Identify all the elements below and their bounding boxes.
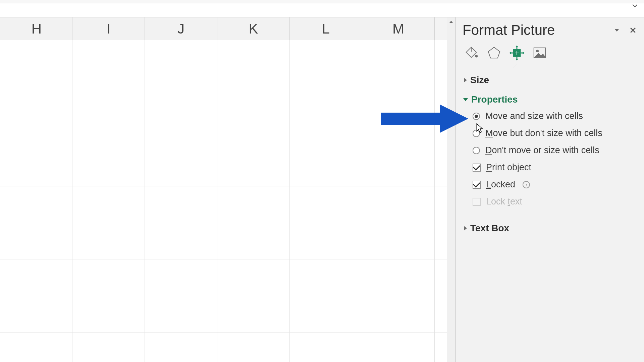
cell[interactable] <box>145 259 217 332</box>
cell[interactable] <box>145 113 217 186</box>
section-label-properties: Properties <box>471 94 518 105</box>
section-header-properties[interactable]: Properties <box>463 92 638 107</box>
pane-options-button[interactable] <box>613 26 621 34</box>
pane-header: Format Picture <box>463 22 638 38</box>
cell[interactable] <box>217 259 290 332</box>
formula-bar-region <box>0 3 644 17</box>
cell[interactable] <box>290 113 362 186</box>
triangle-right-icon <box>464 226 467 231</box>
cell[interactable] <box>290 333 362 362</box>
section-header-size[interactable]: Size <box>463 73 638 87</box>
tab-size-properties[interactable] <box>508 44 526 62</box>
svg-point-3 <box>536 50 539 52</box>
worksheet-area[interactable]: HIJKLM <box>0 17 447 362</box>
checkbox-input <box>473 198 481 206</box>
checkbox-input[interactable] <box>473 164 481 172</box>
column-header-m[interactable]: M <box>362 17 435 40</box>
cell-grid[interactable] <box>0 40 447 362</box>
column-header-j[interactable]: J <box>145 17 217 40</box>
ribbon-strip <box>0 0 644 3</box>
radio-label: Move and size with cells <box>485 111 583 121</box>
triangle-down-icon <box>463 98 468 101</box>
triangle-up-icon <box>449 20 453 24</box>
cell[interactable] <box>290 259 362 332</box>
cell[interactable] <box>1 333 72 362</box>
column-header-k[interactable]: K <box>217 17 290 40</box>
size-properties-icon <box>509 45 525 61</box>
checkbox-label: Print object <box>486 162 531 173</box>
cell[interactable] <box>217 40 290 113</box>
radio-input[interactable] <box>473 113 480 120</box>
radio-label: Move but don't size with cells <box>485 128 602 138</box>
vertical-scrollbar[interactable] <box>447 17 455 362</box>
cell[interactable] <box>145 40 217 113</box>
tab-fill-line[interactable] <box>463 44 480 62</box>
cell[interactable] <box>290 186 362 259</box>
column-header-l[interactable]: L <box>290 17 362 40</box>
tab-effects[interactable] <box>485 44 503 62</box>
cell[interactable] <box>72 186 145 259</box>
info-icon[interactable]: i <box>523 181 530 188</box>
cell[interactable] <box>362 186 435 259</box>
cell[interactable] <box>145 186 217 259</box>
checkbox-print[interactable]: Print object <box>473 162 638 173</box>
mouse-cursor <box>476 123 484 133</box>
tab-picture[interactable] <box>531 44 548 62</box>
properties-section-body: Move and size with cellsMove but don't s… <box>463 107 638 216</box>
cell[interactable] <box>1 259 72 332</box>
cell[interactable] <box>72 113 145 186</box>
checkbox-locked[interactable]: Lockedi <box>473 179 638 190</box>
radio-move_size[interactable]: Move and size with cells <box>473 111 638 121</box>
radio-label: Don't move or size with cells <box>485 145 599 156</box>
svg-point-0 <box>475 55 478 58</box>
checkbox-input[interactable] <box>473 181 481 189</box>
cell[interactable] <box>72 333 145 362</box>
checkbox-label: Lock text <box>486 196 522 207</box>
cell[interactable] <box>362 259 435 332</box>
cell[interactable] <box>1 186 72 259</box>
cell[interactable] <box>217 186 290 259</box>
annotation-arrow <box>381 105 468 133</box>
column-headers-row: HIJKLM <box>0 17 447 40</box>
cell[interactable] <box>72 40 145 113</box>
scroll-up-button[interactable] <box>447 17 455 26</box>
section-label-textbox: Text Box <box>470 223 509 234</box>
cell[interactable] <box>72 259 145 332</box>
radio-dont_move[interactable]: Don't move or size with cells <box>473 145 638 156</box>
picture-icon <box>532 45 547 61</box>
column-header-h[interactable]: H <box>1 17 72 40</box>
chevron-down-icon <box>632 3 638 9</box>
paint-bucket-icon <box>464 45 479 61</box>
cell[interactable] <box>217 113 290 186</box>
triangle-right-icon <box>464 78 467 82</box>
radio-input[interactable] <box>473 147 480 154</box>
radio-move_only[interactable]: Move but don't size with cells <box>473 128 638 138</box>
pane-title: Format Picture <box>463 22 555 38</box>
close-icon <box>629 26 637 34</box>
pane-tab-row <box>463 44 638 68</box>
cell[interactable] <box>1 40 72 113</box>
collapse-ribbon-button[interactable] <box>628 0 642 11</box>
checkbox-label: Locked <box>486 179 515 190</box>
triangle-down-icon <box>613 26 621 34</box>
cell[interactable] <box>1 113 72 186</box>
cell[interactable] <box>217 333 290 362</box>
cell[interactable] <box>290 40 362 113</box>
cell[interactable] <box>362 40 435 113</box>
checkbox-locktext: Lock text <box>473 196 638 207</box>
cell[interactable] <box>362 333 435 362</box>
pentagon-icon <box>486 45 502 61</box>
cell[interactable] <box>145 333 217 362</box>
format-picture-pane: Format Picture <box>455 17 644 362</box>
close-pane-button[interactable] <box>629 26 637 34</box>
section-label-size: Size <box>470 75 489 85</box>
section-header-textbox[interactable]: Text Box <box>463 221 638 236</box>
column-header-i[interactable]: I <box>72 17 145 40</box>
